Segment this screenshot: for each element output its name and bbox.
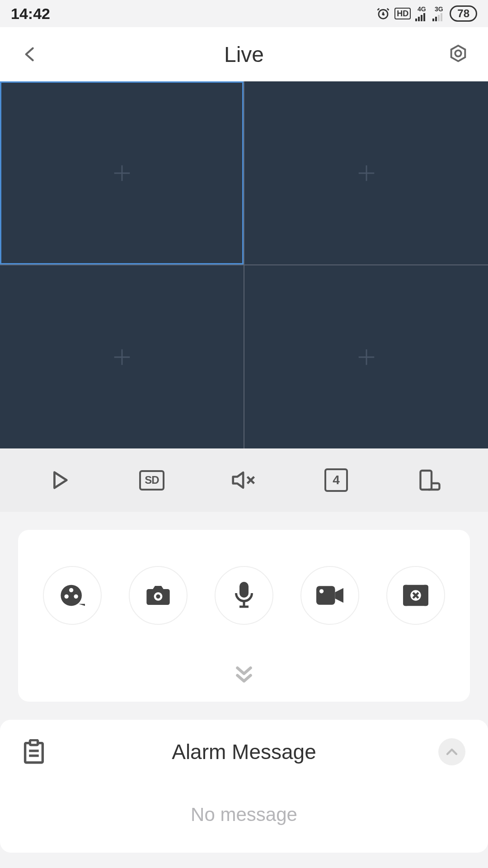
- video-slot-4[interactable]: [244, 265, 488, 448]
- video-slot-1[interactable]: [0, 81, 244, 264]
- rotate-device-button[interactable]: [404, 462, 453, 498]
- svg-marker-19: [55, 472, 67, 488]
- record-button[interactable]: [300, 566, 359, 625]
- screen-close-icon: [403, 585, 428, 606]
- svg-marker-34: [335, 588, 343, 603]
- settings-button[interactable]: [445, 41, 472, 68]
- sd-icon: SD: [139, 470, 164, 491]
- svg-rect-8: [438, 15, 440, 21]
- expand-panel-button[interactable]: [234, 665, 254, 684]
- signal-3g-icon: 3G: [432, 6, 445, 21]
- svg-marker-20: [233, 472, 243, 488]
- svg-rect-6: [432, 19, 434, 21]
- svg-rect-33: [316, 586, 335, 605]
- svg-rect-30: [239, 582, 249, 598]
- collapse-alarm-button[interactable]: [438, 738, 465, 765]
- plus-icon: [356, 347, 377, 368]
- clipboard-icon: [23, 739, 45, 764]
- grid-4-icon: 4: [324, 468, 348, 492]
- svg-point-25: [69, 588, 73, 592]
- talk-button[interactable]: [215, 566, 273, 625]
- microphone-icon: [234, 582, 254, 609]
- close-stream-button[interactable]: [386, 566, 445, 625]
- alarm-header: Alarm Message: [18, 736, 470, 768]
- action-panel: [18, 530, 470, 702]
- quality-button[interactable]: SD: [127, 462, 177, 498]
- svg-point-10: [455, 50, 461, 56]
- status-time: 14:42: [11, 5, 50, 23]
- svg-rect-2: [415, 19, 417, 21]
- chevron-up-icon: [445, 746, 459, 757]
- signal-4g-icon: 4G: [415, 6, 428, 21]
- video-slot-3[interactable]: [0, 265, 244, 448]
- chevron-left-icon: [21, 43, 39, 66]
- alarm-empty-text: No message: [18, 804, 470, 826]
- svg-rect-23: [421, 471, 432, 490]
- status-icons-group: HD 4G 3G 78: [376, 5, 477, 22]
- battery-indicator: 78: [450, 5, 477, 22]
- device-rotate-icon: [416, 468, 441, 492]
- grid-layout-button[interactable]: 4: [311, 462, 361, 498]
- video-grid: [0, 81, 488, 448]
- plus-icon: [112, 347, 132, 368]
- svg-rect-4: [421, 15, 422, 21]
- svg-rect-3: [418, 17, 420, 21]
- svg-point-26: [65, 594, 69, 599]
- speaker-muted-icon: [231, 469, 257, 491]
- page-title: Live: [224, 42, 264, 67]
- film-reel-icon: [60, 583, 85, 608]
- svg-rect-7: [435, 17, 437, 21]
- plus-icon: [112, 163, 132, 184]
- svg-point-27: [74, 594, 78, 599]
- ptz-button[interactable]: [43, 566, 102, 625]
- play-icon: [49, 469, 70, 491]
- settings-hexagon-icon: [448, 44, 469, 65]
- plus-icon: [356, 163, 377, 184]
- hd-icon: HD: [394, 8, 411, 19]
- svg-rect-41: [30, 740, 38, 745]
- mute-button[interactable]: [219, 462, 269, 498]
- camera-icon: [145, 585, 171, 606]
- app-header: Live: [0, 27, 488, 81]
- svg-point-1: [383, 14, 384, 15]
- play-button[interactable]: [35, 462, 84, 498]
- alarm-title: Alarm Message: [172, 740, 316, 764]
- svg-rect-9: [441, 13, 442, 21]
- status-bar: 14:42 HD 4G 3G 78: [0, 0, 488, 27]
- alarm-message-card: Alarm Message No message: [0, 720, 488, 853]
- svg-point-24: [61, 585, 82, 606]
- svg-point-29: [156, 594, 160, 599]
- snapshot-button[interactable]: [129, 566, 188, 625]
- playback-toolbar: SD 4: [0, 448, 488, 512]
- video-camera-icon: [316, 585, 343, 605]
- svg-point-35: [319, 589, 324, 593]
- svg-rect-5: [423, 13, 425, 21]
- alarm-clock-icon: [376, 7, 390, 20]
- chevron-double-down-icon: [234, 665, 254, 684]
- back-button[interactable]: [16, 41, 43, 68]
- action-row: [43, 566, 445, 625]
- video-slot-2[interactable]: [244, 81, 488, 264]
